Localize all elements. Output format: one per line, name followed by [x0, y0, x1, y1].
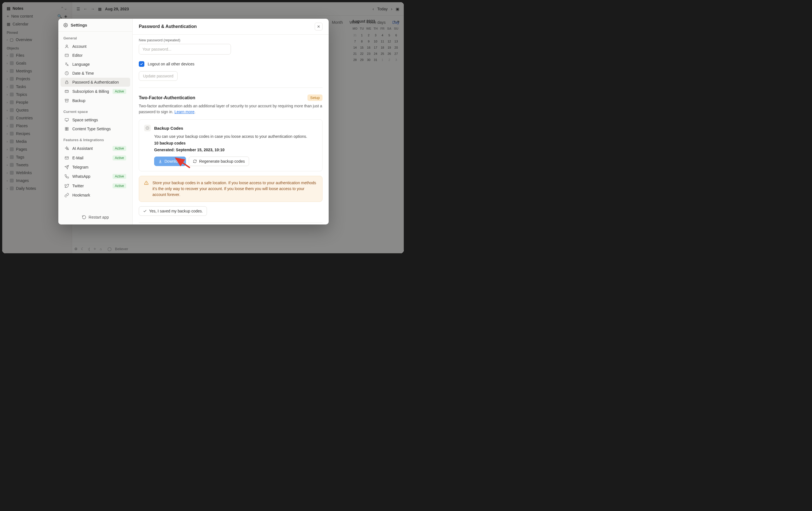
active-badge: Active: [113, 89, 126, 94]
item-label: WhatsApp: [72, 174, 90, 179]
close-button[interactable]: [315, 23, 322, 30]
warning-text: Store your backup codes in a safe locati…: [152, 180, 317, 198]
sidebar-item-telegram[interactable]: Telegram: [61, 163, 130, 172]
item-label: Editor: [72, 53, 83, 58]
monitor-icon: [64, 118, 69, 122]
sidebar-item-editor[interactable]: Editor: [61, 51, 130, 60]
password-label: New password (repeated): [139, 38, 322, 42]
send-icon: [64, 165, 69, 169]
sidebar-item-content-type[interactable]: Content Type Settings: [61, 125, 130, 133]
sidebar-item-datetime[interactable]: Date & Time: [61, 69, 130, 78]
check-icon: [143, 209, 147, 213]
page-title: Password & Authentication: [139, 24, 197, 29]
item-label: Backup: [72, 99, 85, 103]
download-icon: [158, 159, 162, 163]
backup-codes-panel: Backup Codes You can use your backup cod…: [139, 119, 322, 171]
logout-devices-row[interactable]: Logout on all other devices: [139, 61, 322, 67]
user-icon: [64, 44, 69, 49]
regenerate-label: Regenerate backup codes: [199, 159, 244, 164]
sidebar-item-twitter[interactable]: TwitterActive: [61, 181, 130, 191]
item-label: Space settings: [72, 118, 98, 122]
gear-icon: [63, 23, 68, 27]
regenerate-button[interactable]: Regenerate backup codes: [189, 157, 249, 166]
learn-more-link[interactable]: Learn more: [175, 110, 195, 114]
twofa-desc: Two-factor authentication adds an additi…: [139, 103, 322, 115]
refresh-icon: [193, 159, 197, 163]
svg-rect-9: [65, 118, 68, 121]
archive-icon: [64, 99, 69, 103]
section-features: Features & Integrations: [58, 133, 133, 144]
password-input[interactable]: [139, 44, 231, 55]
restart-label: Restart app: [88, 215, 109, 219]
sidebar-item-space-settings[interactable]: Space settings: [61, 115, 130, 125]
svg-rect-12: [65, 129, 67, 131]
item-label: Date & Time: [72, 71, 94, 76]
settings-sidebar: Settings General Account Editor Language…: [58, 19, 133, 224]
settings-main: Password & Authentication New password (…: [133, 19, 329, 224]
logout-devices-label: Logout on all other devices: [148, 62, 194, 66]
item-label: Hookmark: [72, 193, 90, 197]
twofa-section-head: Two-Factor-Authentication Setup: [139, 95, 322, 101]
item-label: Content Type Settings: [72, 127, 111, 131]
twofa-title: Two-Factor-Authentication: [139, 95, 195, 100]
mail-icon: [64, 156, 69, 160]
item-label: Subscription & Billing: [72, 89, 109, 93]
svg-point-0: [65, 25, 66, 26]
svg-rect-8: [65, 99, 68, 100]
sidebar-item-account[interactable]: Account: [61, 42, 130, 51]
svg-rect-5: [65, 82, 68, 84]
sidebar-item-subscription[interactable]: Subscription & BillingActive: [61, 87, 130, 96]
sidebar-item-ai[interactable]: AI AssistantActive: [61, 144, 130, 153]
sidebar-item-backup[interactable]: Backup: [61, 96, 130, 105]
sidebar-item-password[interactable]: Password & Authentication: [61, 78, 130, 87]
item-label: Account: [72, 44, 87, 49]
lock-icon: [64, 80, 69, 84]
item-label: AI Assistant: [72, 146, 93, 151]
active-badge: Active: [113, 155, 126, 160]
sidebar-item-whatsapp[interactable]: WhatsAppActive: [61, 172, 130, 181]
sidebar-item-hookmark[interactable]: Hookmark: [61, 191, 130, 199]
svg-rect-11: [67, 128, 68, 129]
backup-count: 10 backup codes: [154, 141, 317, 145]
svg-point-1: [66, 45, 67, 46]
active-badge: Active: [113, 146, 126, 151]
settings-title-row: Settings: [58, 19, 133, 32]
confirm-saved-button[interactable]: Yes, I saved my backup codes.: [139, 206, 207, 216]
svg-rect-10: [65, 128, 67, 129]
item-label: E-Mail: [72, 156, 84, 160]
svg-rect-13: [67, 129, 68, 131]
confirm-saved-label: Yes, I saved my backup codes.: [149, 209, 203, 213]
settings-modal: Settings General Account Editor Language…: [58, 19, 329, 224]
svg-rect-6: [65, 90, 68, 92]
modal-body: New password (repeated) Logout on all ot…: [133, 35, 329, 224]
backup-codes-desc: You can use your backup codes in case yo…: [154, 134, 317, 139]
item-label: Twitter: [72, 184, 84, 188]
checkbox-checked-icon[interactable]: [139, 61, 144, 67]
refresh-icon: [82, 215, 86, 219]
warning-icon: [144, 181, 149, 198]
svg-rect-2: [65, 54, 68, 56]
sidebar-item-language[interactable]: Language: [61, 60, 130, 69]
sidebar-item-email[interactable]: E-MailActive: [61, 153, 130, 163]
layout-icon: [64, 53, 69, 58]
svg-point-21: [146, 184, 147, 184]
active-badge: Active: [113, 174, 126, 179]
item-label: Telegram: [72, 165, 88, 169]
language-icon: [64, 62, 69, 66]
restart-app-button[interactable]: Restart app: [58, 210, 133, 224]
download-button[interactable]: Download: [154, 157, 186, 166]
active-badge: Active: [113, 183, 126, 188]
warning-box: Store your backup codes in a safe locati…: [139, 176, 322, 202]
setup-badge: Setup: [308, 95, 322, 101]
clock-icon: [64, 71, 69, 76]
item-label: Password & Authentication: [72, 80, 119, 84]
info-icon: [144, 125, 151, 131]
link-icon: [64, 193, 69, 197]
download-label: Download: [165, 159, 182, 164]
item-label: Language: [72, 62, 90, 66]
update-password-button[interactable]: Update password: [139, 71, 178, 81]
phone-icon: [64, 174, 69, 179]
settings-title: Settings: [70, 23, 87, 27]
grid-icon: [64, 127, 69, 131]
section-general: General: [58, 32, 133, 42]
